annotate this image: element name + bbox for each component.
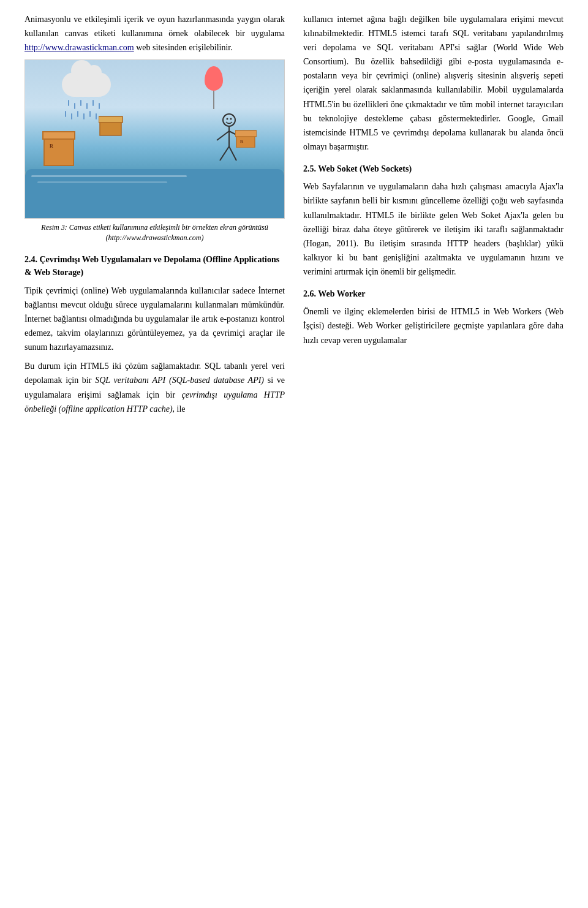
rain-line bbox=[77, 111, 78, 117]
wave-line-1 bbox=[31, 175, 187, 177]
intro-paragraph: Animasyonlu ve etkileşimli içerik ve oyu… bbox=[24, 12, 285, 55]
image-caption: Resim 3: Canvas etiketi kullanımına etki… bbox=[24, 222, 285, 243]
section-2-5-para: Web Sayfalarının ve uygulamaların daha h… bbox=[303, 180, 564, 279]
balloon-string bbox=[213, 91, 214, 109]
cloud-decoration bbox=[62, 72, 111, 97]
drawastickman-link[interactable]: http://www.drawastickman.com bbox=[24, 43, 134, 52]
rain-line bbox=[89, 111, 91, 117]
svg-rect-9 bbox=[235, 131, 257, 137]
two-column-layout: Animasyonlu ve etkileşimli içerik ve oyu… bbox=[24, 12, 564, 421]
rain-line bbox=[96, 113, 97, 119]
wave-line-2 bbox=[37, 181, 167, 183]
para-2-end: , ile bbox=[173, 404, 186, 414]
rain-line bbox=[92, 100, 94, 106]
balloon-decoration bbox=[205, 66, 223, 91]
rain-line bbox=[99, 103, 100, 109]
page: Animasyonlu ve etkileşimli içerik ve oyu… bbox=[0, 0, 588, 433]
box-label: R bbox=[50, 143, 53, 151]
svg-point-0 bbox=[223, 114, 235, 126]
box-decoration: R bbox=[43, 138, 74, 166]
box-body: R bbox=[43, 138, 74, 166]
left-column: Animasyonlu ve etkileşimli içerik ve oyu… bbox=[24, 12, 285, 421]
rain-line bbox=[74, 103, 75, 109]
svg-line-2 bbox=[217, 131, 229, 140]
floating-item bbox=[99, 115, 123, 137]
rain-line bbox=[80, 100, 81, 106]
canvas-image: R bbox=[24, 59, 285, 219]
section-2-6-heading: 2.6. Web Worker bbox=[303, 287, 564, 301]
image-block: R bbox=[24, 59, 285, 243]
small-box-decoration: R bbox=[235, 129, 257, 148]
cloud-body bbox=[62, 72, 111, 97]
svg-rect-12 bbox=[99, 116, 123, 123]
right-intro-text: kullanıcı internet ağına bağlı değilken … bbox=[303, 12, 564, 154]
para-2-italic: SQL veritabanı API (SQL-based database A… bbox=[95, 376, 264, 385]
section-2-6-para: Önemli ve ilginç eklemelerden birisi de … bbox=[303, 305, 564, 347]
svg-point-6 bbox=[227, 118, 228, 120]
svg-line-5 bbox=[229, 146, 236, 161]
rain-line bbox=[68, 100, 69, 106]
section-2-4-heading: 2.4. Çevrimdışı Web Uygulamaları ve Depo… bbox=[24, 253, 285, 279]
water-decoration bbox=[25, 169, 284, 218]
rain-line bbox=[83, 113, 85, 119]
section-2-4-para-1: Tipik çevrimiçi (online) Web uygulamalar… bbox=[24, 284, 285, 354]
section-2-5-heading: 2.5. Web Soket (Web Sockets) bbox=[303, 162, 564, 176]
rain-line bbox=[65, 111, 66, 117]
balloon-body bbox=[205, 66, 223, 91]
rain-line bbox=[86, 103, 88, 109]
section-2-4-para-2: Bu durum için HTML5 iki çözüm sağlamakta… bbox=[24, 359, 285, 415]
svg-line-4 bbox=[220, 146, 229, 161]
rain-line bbox=[71, 113, 72, 119]
right-column: kullanıcı internet ağına bağlı değilken … bbox=[303, 12, 564, 421]
intro-text-2: web sitesinden erişilebilinir. bbox=[134, 43, 233, 52]
svg-point-7 bbox=[230, 118, 232, 120]
intro-text-1: Animasyonlu ve etkileşimli içerik ve oyu… bbox=[24, 15, 285, 38]
